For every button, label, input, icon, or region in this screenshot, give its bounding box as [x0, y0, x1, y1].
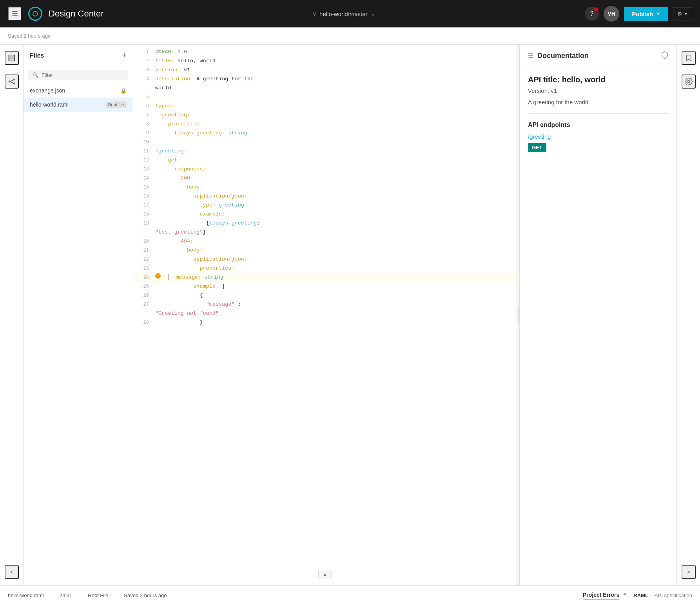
code-line-20: 20 404: [133, 237, 517, 246]
code-line-25: 25 example: | [133, 282, 517, 291]
scroll-up-button[interactable]: ▲ [318, 570, 332, 579]
code-line-9: 9 todays-greeting: string [133, 129, 517, 138]
doc-actions [661, 51, 669, 61]
nav-right-arrow[interactable]: > [682, 565, 696, 579]
code-line-22: 22 application/json: [133, 255, 517, 264]
doc-title: Documentation [537, 52, 589, 60]
logo-icon [28, 7, 42, 21]
settings-button[interactable]: ⚙ ▼ [673, 7, 692, 20]
file-item-hello-world[interactable]: hello-world.raml Root file [24, 98, 133, 112]
branch-selector[interactable]: ⑂ hello-world/master ⌄ [313, 10, 376, 17]
doc-endpoint-path[interactable]: /greeting [528, 133, 669, 140]
code-line-24: 24 ! message: string [133, 273, 517, 282]
code-editor-wrapper: 1 #%RAML 1.0 2 title: hello, world 3 ver… [133, 45, 676, 585]
navbar-left: ☰ Design Center [8, 7, 104, 21]
files-panel: Files + 🔍 exchange.json 🔒 hello-world.ra… [24, 45, 133, 585]
filter-container: 🔍 [28, 70, 128, 80]
code-line-26: 26 { [133, 291, 517, 300]
code-line-18: 18 example: [133, 210, 517, 219]
files-nav-icon[interactable] [5, 51, 19, 65]
doc-divider [528, 113, 669, 114]
status-saved: Saved 2 hours ago [124, 592, 167, 598]
code-line-12: 12 get: [133, 156, 517, 165]
statusbar-left: hello-world.raml 24:31 Root File Saved 2… [8, 592, 167, 598]
tab-api-specification[interactable]: API specification [655, 591, 692, 600]
code-line-5: 5 [133, 93, 517, 102]
publish-button[interactable]: Publish ▼ [624, 7, 668, 21]
code-line-16: 16 application/json: [133, 192, 517, 201]
filter-input[interactable] [42, 72, 124, 78]
nav-left-arrow[interactable]: < [5, 565, 19, 579]
project-errors-label: Project Errors [583, 592, 619, 600]
doc-menu-icon: ☰ [528, 52, 533, 60]
notification-dot [594, 7, 598, 11]
svg-point-8 [687, 81, 689, 83]
code-line-8: 8 properties: [133, 120, 517, 129]
hamburger-menu-button[interactable]: ☰ [8, 7, 22, 21]
svg-point-4 [13, 79, 15, 80]
files-header: Files + [24, 45, 133, 65]
app-title: Design Center [49, 9, 104, 19]
branch-icon: ⑂ [313, 11, 316, 17]
code-line-19: 19 {todays-greeting: [133, 219, 517, 228]
doc-get-badge[interactable]: GET [528, 143, 669, 152]
doc-shield-button[interactable] [661, 51, 669, 61]
svg-point-5 [13, 83, 15, 84]
settings-nav-icon[interactable] [682, 74, 696, 89]
doc-description: A greeting for the world [528, 99, 669, 105]
doc-endpoints-title: API endpoints [528, 121, 669, 129]
code-line-4: 4 description: A greeting for the [133, 75, 517, 84]
code-line-27b: "Greeting not found" [133, 309, 517, 318]
code-line-23: 23 properties: [133, 264, 517, 273]
statusbar-right: Project Errors ⌃ RAML API specification [583, 591, 692, 600]
avatar-label: VH [608, 11, 615, 17]
tab-raml[interactable]: RAML [633, 591, 648, 600]
gear-icon: ⚙ [677, 11, 682, 17]
branch-chevron-icon: ⌄ [371, 10, 376, 17]
file-name-exchange: exchange.json [30, 87, 65, 94]
navbar-right: ? VH Publish ▼ ⚙ ▼ [585, 6, 692, 22]
project-errors-button[interactable]: Project Errors ⌃ [583, 592, 627, 600]
graph-nav-icon[interactable] [5, 74, 19, 89]
svg-rect-0 [9, 55, 15, 61]
file-name-hello-world: hello-world.raml [30, 101, 69, 108]
left-icon-sidebar: < [0, 45, 24, 585]
svg-line-6 [10, 80, 13, 82]
svg-point-3 [9, 81, 10, 82]
branch-name: hello-world/master [319, 11, 368, 17]
code-line-11: 11 /greeting: [133, 147, 517, 156]
main-layout: < Files + 🔍 exchange.json 🔒 hello-world.… [0, 45, 700, 585]
file-item-exchange[interactable]: exchange.json 🔒 [24, 83, 133, 98]
editor-divider[interactable] [517, 45, 520, 585]
code-line-2: 2 title: hello, world [133, 57, 517, 66]
code-line-4b: world [133, 84, 517, 93]
navbar: ☰ Design Center ⑂ hello-world/master ⌄ ?… [0, 0, 700, 27]
code-line-1: 1 #%RAML 1.0 [133, 48, 517, 57]
saved-status: Saved 2 hours ago [8, 33, 51, 39]
lock-icon: 🔒 [120, 88, 127, 94]
doc-api-title: API title: hello, world [528, 75, 669, 84]
warning-dot-icon: ! [155, 273, 161, 279]
code-line-6: 6 types: [133, 102, 517, 111]
add-file-button[interactable]: + [122, 51, 127, 60]
help-label: ? [590, 10, 594, 17]
code-line-15: 15 body: [133, 183, 517, 192]
code-editor[interactable]: 1 #%RAML 1.0 2 title: hello, world 3 ver… [133, 45, 517, 585]
subheader: Saved 2 hours ago [0, 27, 700, 45]
documentation-panel: ☰ Documentation API title: hello, world … [520, 45, 676, 585]
files-panel-title: Files [30, 52, 44, 59]
search-icon: 🔍 [32, 72, 38, 78]
doc-content: API title: hello, world Version: v1 A gr… [520, 67, 676, 585]
code-line-27: 27 "message" : [133, 300, 517, 309]
avatar-button[interactable]: VH [604, 6, 619, 22]
code-line-7: 7 greeting: [133, 111, 517, 120]
bookmark-nav-icon[interactable] [682, 51, 696, 65]
code-content[interactable]: 1 #%RAML 1.0 2 title: hello, world 3 ver… [133, 45, 517, 585]
help-button[interactable]: ? [585, 7, 599, 21]
doc-header: ☰ Documentation [520, 45, 676, 67]
status-filename: hello-world.raml [8, 592, 44, 598]
right-icon-sidebar: > [676, 45, 700, 585]
root-file-badge: Root file [105, 101, 127, 108]
scroll-controls: ▲ [318, 570, 332, 579]
status-filetype: Root File [88, 592, 108, 598]
